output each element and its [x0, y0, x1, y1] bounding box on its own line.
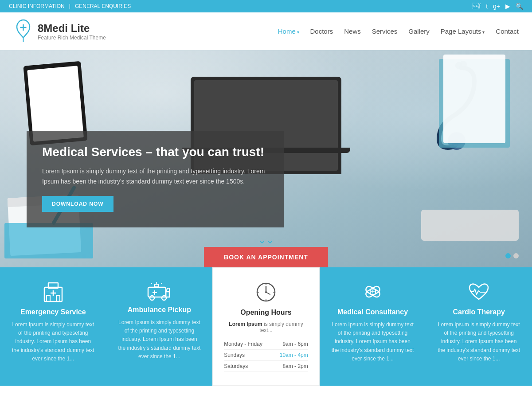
hero-section: Medical Services – that you can trust! L…	[0, 50, 532, 267]
svg-point-15	[162, 296, 166, 300]
oh-time-weekday: 9am - 6pm	[282, 341, 308, 347]
emergency-title: Emergency Service	[11, 308, 95, 316]
oh-row-saturday: Saturdays 8am - 2pm	[224, 361, 308, 372]
opening-hours-title: Opening Hours	[224, 309, 308, 317]
oh-time-saturday: 8am - 2pm	[282, 363, 308, 369]
services-row: Emergency Service Lorem Ipsum is simply …	[0, 267, 532, 386]
opening-hours-intro: Lorem Ipsum is simply dummy text...	[224, 321, 308, 333]
bandaid-icon	[362, 281, 384, 303]
nav-news[interactable]: News	[344, 27, 361, 35]
oh-intro-rest: is simply dummy text...	[259, 321, 303, 333]
google-plus-icon[interactable]: g+	[493, 3, 500, 10]
slider-dot-1[interactable]	[505, 253, 511, 258]
oh-row-sunday: Sundays 10am - 4pm	[224, 350, 308, 361]
folder-decoration	[4, 223, 93, 258]
service-card-cardio: Cardio Therapy Lorem Ipsum is simply dum…	[426, 267, 532, 386]
svg-line-20	[161, 283, 162, 284]
top-bar: CLINIC INFORMATION | GENERAL ENQUIRIES …	[0, 0, 532, 12]
enquiries-link[interactable]: GENERAL ENQUIRIES	[75, 3, 131, 9]
youtube-icon[interactable]: ▶	[505, 3, 510, 10]
service-card-consultancy: Medical Consultancy Lorem Ipsum is simpl…	[320, 267, 426, 386]
header: 8Medi Lite Feature Rich Medical Theme Ho…	[0, 12, 532, 50]
ambulance-desc: Lorem Ipsum is simply dummy text of the …	[117, 318, 202, 361]
cardio-title: Cardio Therapy	[437, 308, 521, 316]
oh-day-weekday: Monday - Friday	[224, 341, 262, 347]
oh-day-saturday: Saturdays	[224, 363, 248, 369]
keyboard-decoration	[421, 210, 519, 241]
nav-page-layouts[interactable]: Page Layouts	[441, 27, 485, 35]
appointment-bar: ⌄⌄ BOOK AN APPOINTMENT	[204, 235, 328, 267]
oh-intro-bold: Lorem Ipsum	[229, 321, 262, 327]
site-tagline: Feature Rich Medical Theme	[38, 35, 106, 41]
separator: |	[69, 3, 70, 9]
nav-gallery[interactable]: Gallery	[408, 27, 430, 35]
svg-rect-18	[154, 284, 159, 287]
logo-text: 8Medi Lite Feature Rich Medical Theme	[38, 22, 106, 41]
clinic-info-link[interactable]: CLINIC INFORMATION	[9, 3, 65, 9]
service-card-emergency: Emergency Service Lorem Ipsum is simply …	[0, 267, 106, 386]
download-now-button[interactable]: DOWNLOAD NOW	[42, 196, 113, 212]
hero-overlay: Medical Services – that you can trust! L…	[27, 131, 284, 227]
top-bar-left: CLINIC INFORMATION | GENERAL ENQUIRIES	[9, 3, 131, 9]
hero-description: Lorem Ipsum is simply dummy text of the …	[42, 166, 268, 186]
svg-rect-12	[56, 295, 60, 301]
oh-day-sunday: Sundays	[224, 352, 245, 358]
paper-top-decoration	[443, 55, 505, 143]
clock-icon	[255, 281, 277, 303]
oh-row-weekday: Monday - Friday 9am - 6pm	[224, 339, 308, 350]
service-card-ambulance: Ambulance Pickup Lorem Ipsum is simply d…	[106, 267, 213, 386]
cardio-desc: Lorem Ipsum is simply dummy text of the …	[437, 321, 521, 363]
facebook-icon[interactable]: f	[473, 3, 481, 10]
slider-dot-2[interactable]	[513, 253, 519, 258]
service-card-opening-hours: Opening Hours Lorem Ipsum is simply dumm…	[212, 267, 320, 386]
nav-services[interactable]: Services	[372, 27, 398, 35]
search-icon[interactable]: 🔍	[516, 3, 523, 10]
svg-point-14	[150, 296, 154, 300]
nav-contact[interactable]: Contact	[496, 27, 519, 35]
twitter-icon[interactable]: t	[486, 3, 488, 10]
oh-time-sunday: 10am - 4pm	[280, 352, 308, 358]
consultancy-desc: Lorem Ipsum is simply dummy text of the …	[331, 321, 415, 363]
main-nav: Home Doctors News Services Gallery Page …	[278, 27, 519, 35]
hero-title: Medical Services – that you can trust!	[42, 144, 268, 160]
consultancy-title: Medical Consultancy	[331, 308, 415, 316]
nav-doctors[interactable]: Doctors	[310, 27, 333, 35]
ambulance-title: Ambulance Pickup	[117, 306, 202, 314]
book-appointment-button[interactable]: BOOK AN APPOINTMENT	[204, 247, 328, 267]
top-bar-right: f t g+ ▶ 🔍	[473, 3, 523, 10]
slider-dots	[505, 253, 519, 258]
emergency-desc: Lorem Ipsum is simply dummy text of the …	[11, 321, 95, 363]
nav-home[interactable]: Home	[278, 27, 299, 35]
svg-rect-11	[47, 295, 50, 301]
site-name: 8Medi Lite	[38, 22, 106, 35]
chevron-down-icon: ⌄⌄	[258, 235, 274, 245]
svg-line-19	[151, 283, 152, 284]
ambulance-icon	[147, 281, 172, 301]
heartbeat-icon	[467, 281, 490, 303]
hospital-icon	[42, 281, 64, 303]
logo-area: 8Medi Lite Feature Rich Medical Theme	[13, 19, 106, 43]
svg-point-25	[265, 291, 267, 293]
logo-icon	[13, 19, 33, 43]
